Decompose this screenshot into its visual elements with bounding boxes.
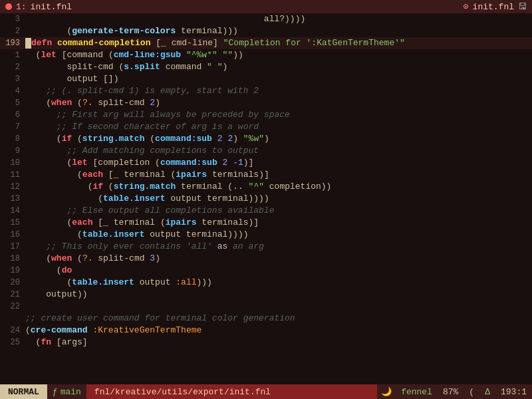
code-line-24: 24 (cre-command :KreativeGenTermTheme [0,325,532,336]
status-position: 193:1 [495,387,532,397]
tab-number: 1: [16,2,27,12]
line-number: 14 [0,205,25,217]
save-icon: 🖫 [518,2,527,12]
line-number: 9 [0,145,25,157]
line-content: (cre-command :KreativeGenTermTheme [25,325,532,336]
line-number: 18 [0,253,25,265]
line-content: (when (?. split-cmd 3) [25,253,532,265]
line-content: (if (string.match (command:sub 2 2) "%w"… [25,133,532,145]
tab-icon: ⊙ [464,1,469,12]
code-line-comment: ;; create user command for terminal colo… [0,313,532,325]
line-number: 5 [0,97,25,109]
line-number: 24 [0,325,25,336]
line-number-current: 193 [0,37,25,49]
line-content: split-cmd (s.split command " ") [25,61,532,73]
line-content: ;; (. split-cmd 1) is empty, start with … [25,85,532,97]
code-line-8: 8 (if (string.match (command:sub 2 2) "%… [0,133,532,145]
line-number: 4 [0,85,25,97]
line-content: (table.insert output terminal)))) [25,229,532,241]
status-git: ƒ main [47,387,86,397]
line-number: 25 [0,336,25,348]
status-language: fennel [396,387,438,397]
code-line-14: 14 ;; Else output all completions availa… [0,205,532,217]
line-content: (when (?. split-cmd 2) [25,97,532,109]
code-line-7: 7 ;; If second character of arg is a wor… [0,121,532,133]
line-number: 2 [0,25,25,37]
line-content: ;; create user command for terminal colo… [25,313,532,325]
title-filename-left: init.fnl [31,2,72,12]
line-number: 17 [0,241,25,253]
title-filename-right: init.fnl [473,2,514,12]
code-line-16: 16 (table.insert output terminal)))) [0,229,532,241]
line-number: 12 [0,181,25,193]
git-branch: main [61,387,81,397]
git-icon: ƒ [53,387,58,397]
code-line-3: 3 all?)))) [0,13,532,25]
status-percent: 87% [438,387,464,397]
line-content: ;; This only ever contains 'all' as an a… [25,241,532,253]
code-line-15: 15 (each [_ terminal (ipairs terminals)] [0,217,532,229]
line-number: 6 [0,109,25,121]
status-right: 🌙 fennel 87% ( Δ 193:1 [377,384,532,399]
line-content: (each [_ terminal (ipairs terminals)] [25,169,532,181]
line-number: 16 [0,229,25,241]
line-number: 15 [0,217,25,229]
title-bar-left: 1: init.fnl [5,2,72,12]
line-number: 7 [0,121,25,133]
cursor [25,38,31,49]
line-number: 19 [0,265,25,277]
moon-icon: 🌙 [377,386,396,397]
code-line-21: 21 output)) [0,289,532,301]
code-line-1: 1 (let [command (cmd-line:gsub "^%w*" ""… [0,49,532,61]
line-number: 13 [0,193,25,205]
window-dot-icon [5,3,12,10]
line-content: (let [command (cmd-line:gsub "^%w*" "")) [25,49,532,61]
code-line-18: 18 (when (?. split-cmd 3) [0,253,532,265]
line-number: 20 [0,277,25,289]
status-paren: ( [464,387,479,397]
status-delta: Δ [479,387,495,397]
line-number: 11 [0,169,25,181]
statusbar: NORMAL ƒ main fnl/kreative/utils/export/… [0,384,532,399]
code-line-12: 12 (if (string.match terminal (.. "^" co… [0,181,532,193]
line-content: (let [completion (command:sub 2 -1)] [25,157,532,169]
line-content: (table.insert output :all))) [25,277,532,289]
code-line-6: 6 ;; First arg will always be preceded b… [0,109,532,121]
editor: 1: init.fnl ⊙ init.fnl 🖫 3 all?)))) 2 (g… [0,0,532,399]
line-number: 2 [0,61,25,73]
code-line-5: 5 (when (?. split-cmd 2) [0,97,532,109]
code-line-2a: 2 (generate-term-colors terminal))) [0,25,532,37]
line-content: ;; Add matching completions to output [25,145,532,157]
code-line-17: 17 ;; This only ever contains 'all' as a… [0,241,532,253]
code-line-4: 4 ;; (. split-cmd 1) is empty, start wit… [0,85,532,97]
code-line-9: 9 ;; Add matching completions to output [0,145,532,157]
line-content: ;; If second character of arg is a word [25,121,532,133]
line-number: 3 [0,73,25,85]
status-mode: NORMAL [0,384,47,399]
line-content: output []) [25,73,532,85]
line-number: 8 [0,133,25,145]
line-content: all?)))) [25,13,532,25]
code-line-19: 19 (do [0,265,532,277]
line-content: defn command-completion [_ cmd-line] "Co… [25,37,532,49]
line-content: ;; First arg will always be preceded by … [25,109,532,121]
line-content: (if (string.match terminal (.. "^" compl… [25,181,532,193]
line-content: (generate-term-colors terminal))) [25,25,532,37]
code-line-193: 193 defn command-completion [_ cmd-line]… [0,37,532,49]
line-content: (do [25,265,532,277]
code-line-25: 25 (fn [args] [0,336,532,348]
code-line-13: 13 (table.insert output terminal)))) [0,193,532,205]
status-filepath: fnl/kreative/utils/export/init.fnl [86,384,377,399]
title-bar: 1: init.fnl ⊙ init.fnl 🖫 [0,0,532,13]
line-content: ;; Else output all completions available [25,205,532,217]
line-number: 22 [0,301,25,313]
title-bar-right: ⊙ init.fnl 🖫 [464,1,527,12]
line-content: (fn [args] [25,336,532,348]
line-content: (table.insert output terminal)))) [25,193,532,205]
line-content: output)) [25,289,532,301]
code-line-20: 20 (table.insert output :all))) [0,277,532,289]
code-line-22: 22 [0,301,532,313]
line-number: 21 [0,289,25,301]
code-line-2b: 2 split-cmd (s.split command " ") [0,61,532,73]
code-area: 3 all?)))) 2 (generate-term-colors termi… [0,13,532,384]
